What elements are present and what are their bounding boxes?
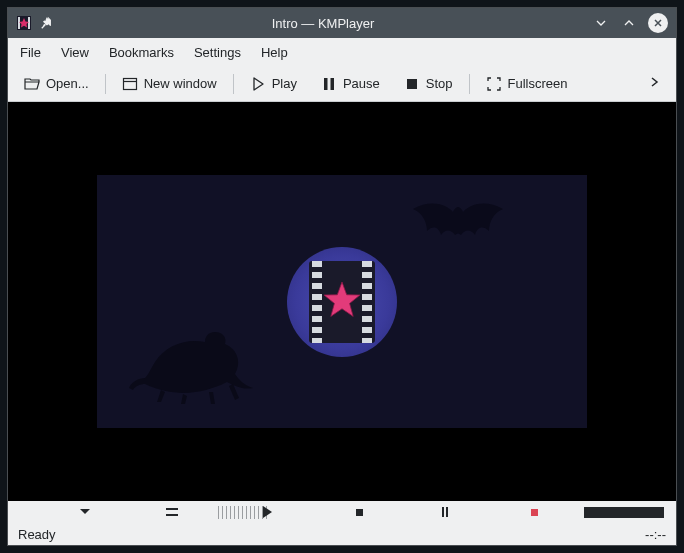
player-controls bbox=[8, 501, 676, 523]
control-pause-button[interactable] bbox=[436, 503, 454, 521]
open-button[interactable]: Open... bbox=[14, 71, 99, 97]
record-button[interactable] bbox=[525, 503, 543, 521]
seek-thumb[interactable] bbox=[263, 506, 272, 518]
window-controls bbox=[592, 13, 668, 33]
filmstrip-icon bbox=[309, 261, 375, 343]
pin-icon[interactable] bbox=[40, 16, 54, 30]
play-button[interactable]: Play bbox=[240, 71, 307, 97]
playlist-button[interactable] bbox=[163, 503, 181, 521]
menu-help[interactable]: Help bbox=[251, 41, 298, 64]
close-button[interactable] bbox=[648, 13, 668, 33]
window-title: Intro — KMPlayer bbox=[54, 16, 592, 31]
collapse-button[interactable] bbox=[76, 503, 94, 521]
stop-icon bbox=[404, 76, 420, 92]
new-window-label: New window bbox=[144, 76, 217, 91]
splash-screen bbox=[97, 175, 587, 428]
app-icon bbox=[16, 15, 32, 31]
pause-label: Pause bbox=[343, 76, 380, 91]
toolbar-overflow-button[interactable] bbox=[640, 70, 670, 97]
minimize-button[interactable] bbox=[592, 14, 610, 32]
menubar: File View Bookmarks Settings Help bbox=[8, 38, 676, 66]
stop-label: Stop bbox=[426, 76, 453, 91]
statusbar: Ready --:-- bbox=[8, 523, 676, 545]
menu-file[interactable]: File bbox=[16, 41, 51, 64]
volume-slider[interactable] bbox=[584, 507, 664, 518]
play-icon bbox=[250, 76, 266, 92]
svg-rect-8 bbox=[407, 79, 417, 89]
seek-slider[interactable] bbox=[218, 506, 268, 519]
menu-bookmarks[interactable]: Bookmarks bbox=[99, 41, 184, 64]
time-display: --:-- bbox=[645, 527, 666, 542]
kmplayer-logo bbox=[287, 247, 397, 357]
svg-marker-9 bbox=[324, 282, 360, 316]
open-label: Open... bbox=[46, 76, 89, 91]
svg-rect-7 bbox=[330, 78, 334, 90]
pause-icon bbox=[321, 76, 337, 92]
play-label: Play bbox=[272, 76, 297, 91]
svg-rect-6 bbox=[324, 78, 328, 90]
toolbar-separator bbox=[233, 74, 234, 94]
fullscreen-icon bbox=[486, 76, 502, 92]
toolbar-separator bbox=[469, 74, 470, 94]
toolbar: Open... New window Play Pause Stop bbox=[8, 66, 676, 102]
star-icon bbox=[322, 280, 362, 323]
maximize-button[interactable] bbox=[620, 14, 638, 32]
fullscreen-label: Fullscreen bbox=[508, 76, 568, 91]
status-text: Ready bbox=[18, 527, 56, 542]
control-stop-button[interactable] bbox=[350, 503, 368, 521]
new-window-icon bbox=[122, 76, 138, 92]
menu-settings[interactable]: Settings bbox=[184, 41, 251, 64]
pause-button[interactable]: Pause bbox=[311, 71, 390, 97]
stop-button[interactable]: Stop bbox=[394, 71, 463, 97]
toolbar-separator bbox=[105, 74, 106, 94]
fullscreen-button[interactable]: Fullscreen bbox=[476, 71, 578, 97]
bat-silhouette bbox=[399, 199, 519, 259]
rat-silhouette bbox=[125, 326, 265, 408]
menu-view[interactable]: View bbox=[51, 41, 99, 64]
svg-rect-1 bbox=[18, 17, 20, 29]
app-window: Intro — KMPlayer File View Bookmarks Set… bbox=[7, 7, 677, 546]
titlebar: Intro — KMPlayer bbox=[8, 8, 676, 38]
video-area[interactable] bbox=[8, 102, 676, 501]
svg-rect-2 bbox=[28, 17, 30, 29]
svg-rect-4 bbox=[123, 78, 136, 89]
new-window-button[interactable]: New window bbox=[112, 71, 227, 97]
folder-open-icon bbox=[24, 76, 40, 92]
